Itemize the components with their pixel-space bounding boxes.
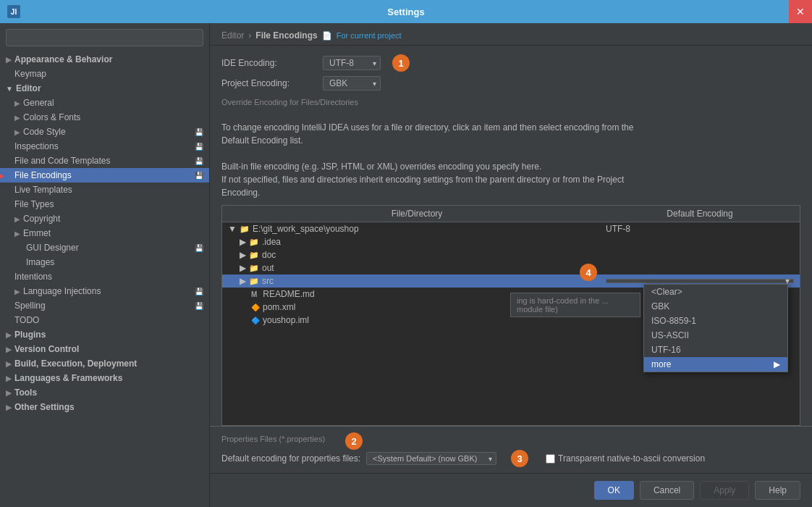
sidebar-item-copyright[interactable]: ▶ Copyright (0, 211, 209, 226)
properties-label: Default encoding for properties files: (221, 453, 360, 464)
encoding-option-clear[interactable]: <Clear> (644, 285, 787, 299)
window-title: Settings (387, 7, 424, 17)
sidebar-item-language-injections[interactable]: ▶ Language Injections 💾 (0, 284, 209, 298)
close-button[interactable]: ✕ (789, 0, 812, 23)
arrow-icon: ▶ (6, 389, 12, 397)
sidebar-item-editor[interactable]: ▼ Editor (0, 81, 209, 96)
arrow-icon: ▶ (6, 345, 12, 353)
apply-button[interactable]: Apply (700, 481, 749, 500)
sidebar-item-file-encodings[interactable]: File Encodings 💾 (0, 168, 209, 183)
ok-button[interactable]: OK (594, 481, 634, 500)
file-encoding-dropdown-container[interactable] (606, 279, 794, 283)
sidebar-item-other-settings[interactable]: ▶ Other Settings (0, 400, 209, 414)
file-row[interactable]: ▼ 📁 E:\git_work_space\youshop UTF-8 (222, 222, 800, 235)
save-icon: 💾 (195, 244, 203, 252)
cancel-button[interactable]: Cancel (640, 481, 694, 500)
sidebar-label: File and Code Templates (14, 156, 111, 166)
encoding-option-utf16[interactable]: UTF-16 (644, 343, 787, 357)
sidebar-label: Inspections (14, 141, 59, 151)
sidebar-item-build-execution[interactable]: ▶ Build, Execution, Deployment (0, 356, 209, 371)
sidebar-label: Appearance & Behavior (14, 54, 112, 64)
sidebar-item-live-templates[interactable]: Live Templates (0, 183, 209, 197)
encoding-option-gbk[interactable]: GBK (644, 299, 787, 314)
expand-icon: ▶ (240, 276, 246, 286)
encoding-select-btn[interactable] (606, 279, 794, 283)
encoding-option-iso[interactable]: ISO-8859-1 (644, 314, 787, 328)
sidebar-item-plugins[interactable]: ▶ Plugins (0, 327, 209, 342)
arrow-icon: ▶ (6, 403, 12, 411)
sidebar-item-version-control[interactable]: ▶ Version Control (0, 342, 209, 356)
file-name: ▼ 📁 E:\git_work_space\youshop (228, 224, 606, 234)
arrow-icon: ▶ (14, 99, 20, 107)
arrow-icon: ▶ (14, 288, 20, 296)
properties-encoding-dropdown[interactable]: <System Default> (now GBK) (366, 452, 496, 465)
sidebar-item-images[interactable]: Images (0, 255, 209, 269)
footer: OK Cancel Apply Help (210, 473, 812, 507)
file-name-text: E:\git_work_space\youshop (253, 224, 359, 234)
sidebar-label: Other Settings (14, 402, 75, 412)
project-encoding-label: Project Encoding: (221, 78, 323, 88)
sidebar-label: File Encodings (14, 170, 72, 180)
file-name: 🔶 pom.xml (228, 302, 606, 312)
sidebar-item-languages-frameworks[interactable]: ▶ Languages & Frameworks (0, 371, 209, 385)
sidebar-item-gui-designer[interactable]: GUI Designer 💾 (0, 240, 209, 255)
file-type-icon: M (251, 290, 257, 298)
transparent-checkbox[interactable] (546, 454, 555, 464)
transparent-label: Transparent native-to-ascii conversion (558, 453, 705, 464)
properties-area: Properties Files (*.properties) 2 Defaul… (210, 426, 812, 473)
sidebar-item-intentions[interactable]: Intentions (0, 269, 209, 284)
file-name: ▶ 📁 out (228, 263, 606, 273)
sidebar-item-keymap[interactable]: Keymap (0, 67, 209, 81)
sidebar-label: Emmet (23, 228, 51, 238)
properties-title: Properties Files (*.properties) (221, 435, 325, 443)
for-project-label: For current project (337, 31, 402, 40)
sidebar-label: General (23, 98, 54, 108)
main-layout: ▶ Appearance & Behavior Keymap ▼ Editor … (0, 23, 812, 507)
project-encoding-dropdown[interactable]: GBK (323, 76, 381, 91)
sidebar-item-code-style[interactable]: ▶ Code Style 💾 (0, 125, 209, 139)
file-row[interactable]: ▶ 📁 doc (222, 248, 800, 261)
expand-icon: ▼ (228, 224, 237, 234)
file-name-text: youshop.iml (263, 315, 309, 325)
file-row[interactable]: ▶ 📁 .idea (222, 235, 800, 248)
sidebar-label: Code Style (23, 127, 66, 137)
folder-icon: 📁 (240, 225, 250, 234)
sidebar-item-file-code-templates[interactable]: File and Code Templates 💾 (0, 154, 209, 168)
file-name-text: README.md (263, 289, 314, 299)
sidebar-item-appearance[interactable]: ▶ Appearance & Behavior (0, 52, 209, 67)
sidebar-item-file-types[interactable]: File Types (0, 197, 209, 211)
search-input[interactable] (6, 29, 203, 46)
sidebar-item-inspections[interactable]: Inspections 💾 (0, 139, 209, 154)
file-row[interactable]: ▶ 📁 out (222, 261, 800, 275)
sidebar-label: Build, Execution, Deployment (14, 359, 137, 369)
sidebar-item-spelling[interactable]: Spelling 💾 (0, 298, 209, 313)
properties-row: Default encoding for properties files: <… (221, 450, 800, 467)
file-name: M README.md (228, 289, 606, 299)
arrow-icon: ▶ (14, 128, 20, 136)
file-table: File/Directory Default Encoding ▼ 📁 E:\g… (221, 205, 800, 426)
sidebar-label: Tools (14, 387, 37, 398)
desc-line1: To change encoding IntelliJ IDEA uses fo… (221, 122, 633, 133)
arrow-icon: ▶ (14, 215, 20, 223)
sidebar-label: Spelling (14, 301, 46, 311)
help-button[interactable]: Help (755, 481, 800, 500)
encoding-option-usascii[interactable]: US-ASCII (644, 328, 787, 343)
col-default-encoding: Default Encoding (606, 209, 794, 219)
save-icon: 💾 (195, 157, 203, 165)
sidebar-item-colors-fonts[interactable]: ▶ Colors & Fonts (0, 110, 209, 125)
expand-icon: ▶ (240, 237, 246, 247)
sidebar-label: Languages & Frameworks (14, 373, 122, 383)
sidebar-label: Live Templates (14, 185, 72, 195)
sidebar-item-emmet[interactable]: ▶ Emmet (0, 226, 209, 240)
sidebar-item-tools[interactable]: ▶ Tools (0, 385, 209, 400)
sidebar-item-todo[interactable]: TODO (0, 313, 209, 327)
ide-encoding-dropdown[interactable]: UTF-8 (323, 56, 381, 70)
breadcrumb: Editor (221, 30, 244, 41)
description-text: To change encoding IntelliJ IDEA uses fo… (210, 121, 812, 205)
title-bar: JI Settings ✕ (0, 0, 812, 23)
xml-icon: 🔶 (251, 303, 260, 311)
file-name: ▶ 📁 src (228, 276, 606, 286)
sidebar-label: Keymap (14, 69, 46, 79)
encoding-option-more[interactable]: more ▶ (644, 357, 787, 372)
sidebar-item-general[interactable]: ▶ General (0, 96, 209, 110)
